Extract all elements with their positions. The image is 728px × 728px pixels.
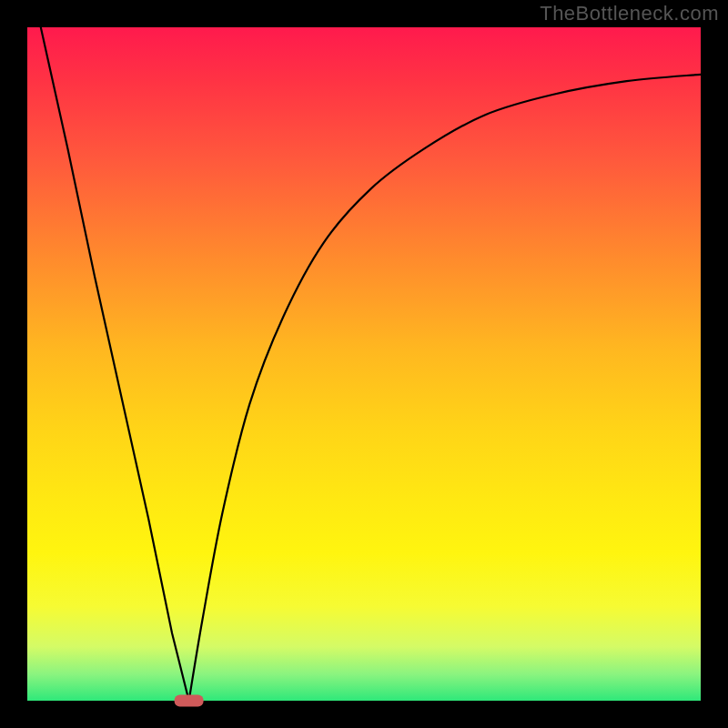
optimum-marker (175, 695, 204, 707)
plot-svg (27, 27, 701, 701)
chart-frame: TheBottleneck.com (0, 0, 728, 728)
attribution-text: TheBottleneck.com (540, 2, 719, 25)
plot-area (27, 27, 701, 701)
bottleneck-curve (41, 27, 701, 701)
